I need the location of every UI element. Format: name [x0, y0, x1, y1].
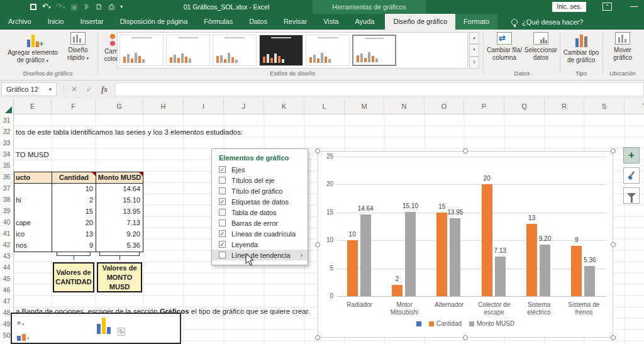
chart-style-thumbnail[interactable]	[213, 35, 257, 66]
popup-item-t-tulo-del-gr-fico[interactable]: Título del gráfico	[212, 186, 308, 196]
sign-in-button[interactable]: Inic. ses.	[552, 2, 586, 12]
column-header-T[interactable]: T	[625, 99, 644, 114]
customize-qat-icon[interactable]: ▾	[120, 0, 123, 14]
row-header-42[interactable]: 42	[0, 239, 14, 250]
tab-datos[interactable]: Datos	[241, 14, 275, 30]
column-header-J[interactable]: J	[224, 99, 264, 114]
checkbox-checked-icon[interactable]: ✓	[219, 198, 226, 205]
tab-inicio[interactable]: Inicio	[40, 14, 72, 30]
table-cell[interactable]: 9.20	[96, 229, 143, 240]
row-header-34[interactable]: 34	[0, 148, 14, 160]
bar-monto-musd[interactable]	[540, 245, 550, 296]
column-header-H[interactable]: H	[143, 99, 184, 114]
tab-vista[interactable]: Vista	[315, 14, 347, 30]
bar-cantidad[interactable]	[482, 184, 492, 296]
table-cell[interactable]: nos	[14, 240, 52, 252]
checkbox-checked-icon[interactable]: ✓	[219, 166, 226, 173]
tab-archivo[interactable]: Archivo	[0, 14, 40, 30]
table-cell[interactable]: 15.10	[96, 195, 143, 206]
column-header-S[interactable]: S	[584, 99, 625, 114]
row-header-35[interactable]: 35	[0, 160, 14, 171]
popup-item-tabla-de-datos[interactable]: Tabla de datos	[212, 207, 308, 218]
chart-selection-handle[interactable]	[611, 148, 616, 153]
name-box[interactable]: Gráfico 12▼	[1, 82, 57, 96]
save-icon[interactable]	[30, 4, 36, 10]
chart-selection-handle[interactable]	[315, 335, 320, 340]
bar-monto-musd[interactable]	[495, 257, 506, 296]
bar-cantidad[interactable]	[392, 285, 402, 296]
tab-dise-o-de-gr-fico[interactable]: Diseño de gráfico	[385, 14, 455, 30]
embedded-chart[interactable]: 05101520251014.64Radiador215.10Motor Mit…	[318, 151, 613, 338]
row-header-38[interactable]: 38	[0, 194, 14, 205]
chart-filters-button[interactable]	[623, 187, 640, 204]
name-box-caret-icon[interactable]: ▼	[48, 83, 53, 97]
tab-formato[interactable]: Formato	[455, 14, 497, 30]
bar-monto-musd[interactable]	[360, 214, 371, 296]
sheet-area[interactable]: EFGHIJKLMNOPQRST 31323334353637383940414…	[0, 99, 644, 344]
chart-style-thumbnail[interactable]	[259, 35, 303, 66]
table-cell[interactable]: 13.95	[96, 206, 143, 218]
data-table[interactable]: uctoCantidadMonto MUSD1014.64hi215.10151…	[14, 172, 143, 252]
switch-row-column-button[interactable]: ⇄ Cambiar fila/columna	[486, 32, 523, 62]
popup-item-l-neas-de-cuadr-cula[interactable]: ✓Líneas de cuadrícula	[212, 228, 308, 239]
column-header-O[interactable]: O	[425, 99, 464, 114]
bar-cantidad[interactable]	[436, 213, 447, 296]
popup-item-leyenda[interactable]: ✓Leyenda	[212, 239, 308, 250]
bar-monto-musd[interactable]	[405, 212, 416, 296]
tab-ayuda[interactable]: Ayuda	[347, 14, 382, 30]
chart-selection-handle[interactable]	[463, 335, 468, 340]
column-header-I[interactable]: I	[184, 99, 224, 114]
ribbon-display-options-icon[interactable]: ⌃	[602, 3, 612, 11]
change-chart-type-button[interactable]: Cambiar tipode gráfico	[561, 32, 601, 64]
row-header-33[interactable]: 33	[0, 137, 14, 148]
submenu-arrow-icon[interactable]: ›	[301, 252, 303, 258]
print-preview-icon[interactable]: ⎙	[109, 0, 115, 14]
popup-item-t-tulos-del-eje[interactable]: Títulos del eje	[212, 175, 308, 186]
chart-selection-handle[interactable]	[463, 148, 468, 153]
cancel-icon[interactable]: ✕	[68, 82, 80, 96]
column-header-R[interactable]: R	[545, 99, 584, 114]
column-header-Q[interactable]: Q	[504, 99, 545, 114]
row-header-43[interactable]: 43	[0, 250, 14, 262]
table-cell[interactable]: 15	[52, 206, 96, 218]
column-header-M[interactable]: M	[345, 99, 384, 114]
quick-layout-button[interactable]: Diseñorápido ▾	[62, 32, 94, 62]
add-chart-element-button[interactable]: + Agregar elementode gráfico ▾	[4, 32, 62, 65]
move-chart-button[interactable]: Movergráfico	[605, 32, 640, 62]
table-cell[interactable]: 9	[52, 240, 96, 252]
checkbox-icon[interactable]	[219, 209, 226, 216]
table-cell[interactable]: 13	[52, 229, 96, 240]
popup-item-ejes[interactable]: ✓Ejes	[212, 164, 308, 175]
column-header-E[interactable]: E	[14, 99, 52, 114]
tab-disposici-n-de-p-gina[interactable]: Disposición de página	[112, 14, 196, 30]
checkbox-icon[interactable]	[219, 219, 226, 226]
table-cell[interactable]: 20	[52, 218, 96, 229]
chart-elements-button[interactable]: +	[623, 147, 640, 164]
enter-icon[interactable]: ✓	[83, 82, 96, 96]
table-cell[interactable]: 7.13	[96, 218, 143, 229]
column-header-K[interactable]: K	[264, 99, 304, 114]
row-header-40[interactable]: 40	[0, 216, 14, 228]
bar-cantidad[interactable]	[526, 224, 537, 296]
chart-styles-button[interactable]	[623, 167, 640, 184]
tab-insertar[interactable]: Insertar	[72, 14, 111, 30]
chart-selection-handle[interactable]	[611, 242, 616, 247]
bar-monto-musd[interactable]	[450, 218, 460, 296]
bar-monto-musd[interactable]	[584, 266, 595, 296]
row-header-41[interactable]: 41	[0, 228, 14, 239]
table-cell[interactable]: hi	[14, 195, 52, 206]
column-header-L[interactable]: L	[304, 99, 345, 114]
gallery-down-icon[interactable]: ▼	[469, 44, 479, 56]
formula-input[interactable]	[115, 82, 644, 96]
minimize-button[interactable]: —	[629, 1, 639, 13]
row-header-45[interactable]: 45	[0, 273, 14, 284]
undo-icon[interactable]: ↶▾	[42, 0, 51, 14]
table-cell[interactable]	[14, 184, 52, 195]
checkbox-checked-icon[interactable]: ✓	[219, 230, 226, 237]
row-header-46[interactable]: 46	[0, 284, 14, 296]
column-header-F[interactable]: F	[52, 99, 96, 114]
chart-style-thumbnail[interactable]	[119, 35, 164, 66]
insert-function-icon[interactable]: fx	[98, 82, 111, 96]
row-header-47[interactable]: 47	[0, 296, 14, 307]
row-header-31[interactable]: 31	[0, 114, 14, 126]
